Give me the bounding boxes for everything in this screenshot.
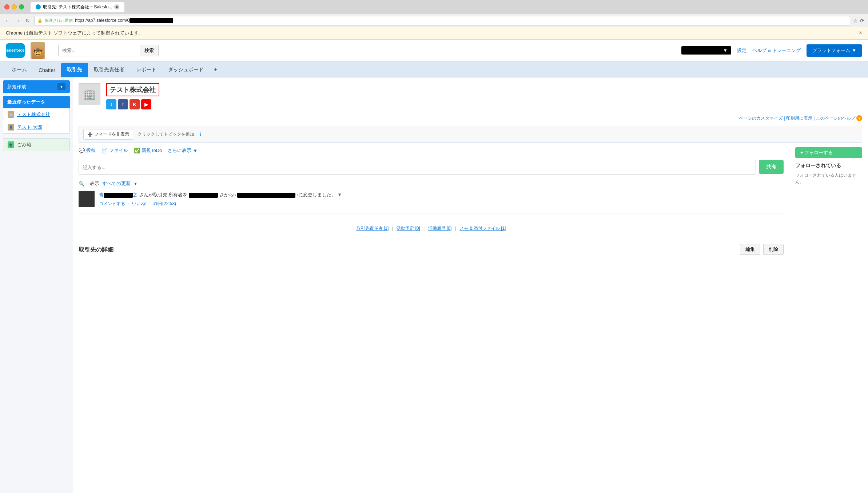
page-actions: ページのカスタマイズ | 印刷用に表示 | このページのヘルプ ?: [79, 115, 862, 121]
sf-logo-text: salesforce: [6, 48, 24, 52]
header-right: ▼ 設定 ヘルプ & トレーニング プラットフォーム ▼: [681, 44, 862, 57]
facebook-icon[interactable]: f: [118, 99, 128, 109]
comment-link[interactable]: コメントする: [99, 201, 125, 207]
page-help-link[interactable]: このページのヘルプ: [816, 116, 855, 121]
account-name: テスト株式会社: [106, 83, 159, 96]
recent-section-title: 最近使ったデータ: [3, 96, 70, 108]
tab-accounts[interactable]: 取引先: [61, 63, 88, 77]
nav-tabs: ホーム Chatter 取引先 取引先責任者 レポート ダッシュボード +: [0, 61, 868, 77]
tab-close-btn[interactable]: ×: [114, 4, 119, 9]
follow-button[interactable]: + フォローする: [795, 147, 862, 158]
customize-page-link[interactable]: ページのカスタマイズ: [739, 116, 783, 121]
search-feed-icon: 🔍: [79, 181, 84, 187]
sidebar: 新規作成... ▼ 最近使ったデータ 🏢 テスト株式会社 👤 テスト 太郎 🗑 …: [0, 77, 73, 493]
file-tab[interactable]: 📄 ファイル: [101, 147, 128, 154]
url-text: https://ap7.salesforce.com/0: [75, 18, 173, 23]
address-bar[interactable]: 🔒 保護された通信 https://ap7.salesforce.com/0: [34, 16, 850, 25]
user-menu[interactable]: ▼: [681, 46, 731, 55]
recent-item-account[interactable]: 🏢 テスト株式会社: [3, 108, 69, 121]
contact-owner-link[interactable]: 取引先責任者 [1]: [357, 226, 389, 231]
contact-icon: 👤: [8, 124, 14, 131]
youtube-icon[interactable]: ▶: [141, 99, 151, 109]
notes-link[interactable]: メモ & 添付ファイル [1]: [459, 226, 506, 231]
browser-tab[interactable]: 取引先: テスト株式会社 ~ Salesfo... ×: [31, 2, 124, 12]
filter-dropdown[interactable]: ▼: [134, 181, 138, 186]
account-icon: 🏢: [8, 111, 14, 118]
print-link[interactable]: 印刷用に表示: [786, 116, 812, 121]
extension-icon[interactable]: ⟳: [860, 18, 864, 24]
history-link[interactable]: 活動履歴 [0]: [428, 226, 452, 231]
bookmark-icon[interactable]: ☆: [853, 18, 858, 24]
edit-button[interactable]: 編集: [740, 244, 760, 255]
tab-home[interactable]: ホーム: [6, 63, 33, 77]
schedule-link[interactable]: 活動予定 [0]: [397, 226, 420, 231]
close-traffic-light[interactable]: [4, 4, 9, 9]
post-tab[interactable]: 💬 投稿: [79, 147, 96, 154]
new-btn-dropdown[interactable]: ▼: [57, 83, 65, 90]
feed-time: 昨日(22:53): [154, 201, 176, 207]
post-icon: 💬: [79, 148, 85, 153]
feed-avatar: [79, 191, 95, 207]
recent-item-contact[interactable]: 👤 テスト 太郎: [3, 121, 69, 133]
help-link[interactable]: ヘルプ & トレーニング: [752, 47, 801, 54]
add-tab-button[interactable]: +: [210, 63, 222, 77]
feed-main-area: 💬 投稿 📄 ファイル ✅ 新規ToDo さらに表示 ▼: [79, 147, 862, 257]
post-input[interactable]: [79, 160, 756, 175]
sf-header: salesforce '18 🤠 検索 ▼ 設定 ヘルプ & トレーニング プラ…: [0, 40, 868, 61]
settings-link[interactable]: 設定: [737, 47, 746, 54]
refresh-button[interactable]: ↻: [24, 17, 31, 24]
feed-text: 青之 さんが取引先 所有者を さからs rに変更しました。 ▼: [99, 191, 784, 199]
share-button[interactable]: 共有: [759, 160, 784, 174]
recent-section: 🏢 テスト株式会社 👤 テスト 太郎: [3, 108, 70, 134]
warning-close[interactable]: ×: [859, 30, 862, 36]
like-link[interactable]: いいね!: [132, 201, 146, 207]
todo-tab[interactable]: ✅ 新規ToDo: [134, 147, 162, 154]
hide-feed-button[interactable]: ➕ フィードを非表示: [83, 129, 133, 140]
followed-empty: フォローされている人はいません。: [795, 172, 862, 185]
building-icon: 🏢: [83, 88, 96, 100]
search-input[interactable]: [58, 45, 138, 56]
feed-author[interactable]: 青之: [99, 192, 138, 197]
tab-chatter[interactable]: Chatter: [33, 64, 61, 77]
main-layout: 新規作成... ▼ 最近使ったデータ 🏢 テスト株式会社 👤 テスト 太郎 🗑 …: [0, 77, 868, 493]
feed-column: 💬 投稿 📄 ファイル ✅ 新規ToDo さらに表示 ▼: [79, 147, 784, 257]
tab-contacts[interactable]: 取引先責任者: [88, 63, 130, 77]
feed-bar: ➕ フィードを非表示 クリックしてトピックを追加: ℹ: [79, 126, 862, 143]
twitter-icon[interactable]: t: [106, 99, 116, 109]
sf-logo: salesforce: [6, 43, 25, 58]
tab-title: 取引先: テスト株式会社 ~ Salesfo...: [43, 4, 112, 10]
search-area: 検索: [58, 45, 159, 56]
tab-reports[interactable]: レポート: [130, 63, 162, 77]
trash-icon: 🗑: [8, 141, 14, 148]
secure-text: 保護された通信: [45, 18, 73, 23]
klout-icon[interactable]: K: [130, 99, 140, 109]
back-button[interactable]: ←: [4, 17, 11, 24]
account-info: テスト株式会社 t f K ▶: [106, 83, 862, 109]
trash-section[interactable]: 🗑 ごみ箱: [3, 138, 70, 151]
feed-meta: コメントする · いいね! · 昨日(22:53): [99, 201, 784, 207]
minimize-traffic-light[interactable]: [12, 4, 17, 9]
lock-icon: 🔒: [37, 18, 43, 23]
feed-more-btn[interactable]: ▼: [337, 192, 342, 197]
tab-dashboard[interactable]: ダッシュボード: [162, 63, 210, 77]
maximize-traffic-light[interactable]: [19, 4, 24, 9]
warning-text: Chrome は自動テスト ソフトウェアによって制御されています。: [6, 30, 143, 36]
warning-bar: Chrome は自動テスト ソフトウェアによって制御されています。 ×: [0, 27, 868, 40]
file-icon: 📄: [101, 148, 108, 153]
account-avatar: 🏢: [79, 83, 100, 105]
help-icon[interactable]: ?: [856, 115, 862, 121]
followed-title: フォローされている: [795, 163, 862, 169]
social-icons: t f K ▶: [106, 99, 862, 109]
platform-button[interactable]: プラットフォーム ▼: [807, 44, 862, 57]
more-tab[interactable]: さらに表示 ▼: [168, 147, 198, 154]
details-section: 取引先の詳細 編集 削除: [79, 242, 784, 257]
delete-button[interactable]: 削除: [763, 244, 784, 255]
search-button[interactable]: 検索: [140, 45, 159, 56]
feed-item: 青之 さんが取引先 所有者を さからs rに変更しました。 ▼ コメントする ·…: [79, 191, 784, 213]
post-input-area: 共有: [79, 160, 784, 175]
tab-favicon: [36, 4, 41, 9]
new-record-button[interactable]: 新規作成... ▼: [3, 80, 70, 93]
filter-value[interactable]: すべての更新: [102, 180, 131, 187]
feed-content: 青之 さんが取引先 所有者を さからs rに変更しました。 ▼ コメントする ·…: [99, 191, 784, 207]
forward-button[interactable]: →: [14, 17, 21, 24]
